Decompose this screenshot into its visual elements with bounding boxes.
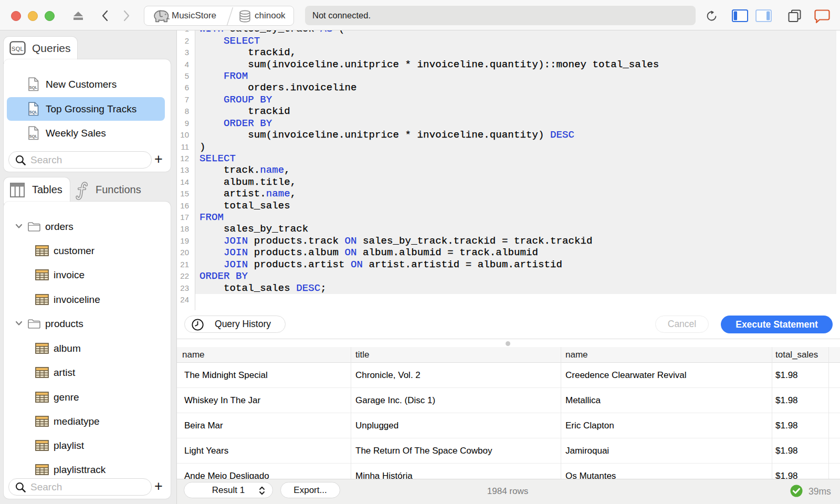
svg-text:SQL: SQL <box>29 85 38 90</box>
svg-text:SQL: SQL <box>12 46 24 52</box>
svg-text:SQL: SQL <box>29 134 38 139</box>
svg-text:SQL: SQL <box>29 110 38 114</box>
